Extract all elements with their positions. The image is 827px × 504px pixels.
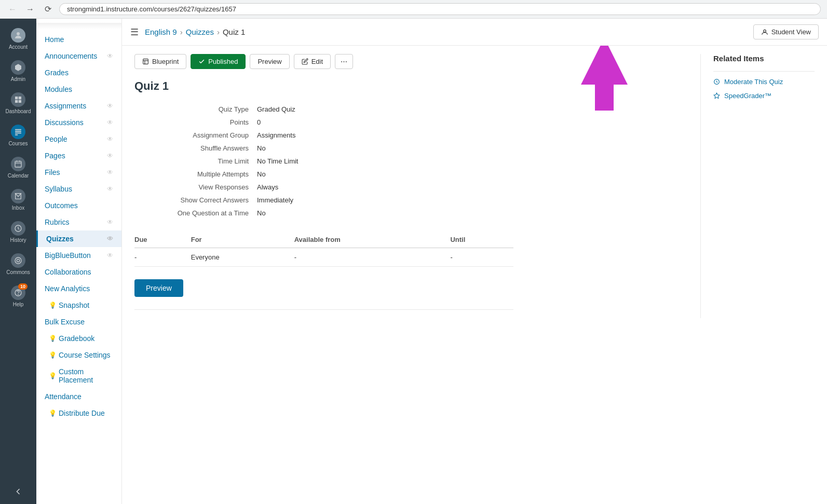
sidebar-item-account[interactable]: Account [0, 23, 36, 55]
svg-point-0 [17, 32, 20, 35]
courses-icon [11, 125, 25, 139]
eye-icon: 👁 [107, 52, 113, 60]
svg-marker-23 [714, 93, 720, 98]
breadcrumb-quizzes[interactable]: Quizzes [186, 28, 214, 36]
svg-rect-20 [143, 59, 148, 64]
course-nav-announcements[interactable]: Announcements 👁 [36, 48, 121, 64]
col-due: Due [134, 231, 191, 248]
main-content: Blueprint Published Preview Edit [122, 46, 827, 504]
related-items-sidebar: Related Items Moderate This Quiz SpeedGr… [700, 54, 815, 318]
course-nav-modules[interactable]: Modules [36, 81, 121, 98]
svg-rect-8 [15, 134, 18, 135]
svg-marker-21 [581, 46, 628, 111]
detail-value-5: No [257, 170, 446, 178]
back-button[interactable]: ← [6, 3, 19, 16]
course-nav-course-settings[interactable]: 💡 Course Settings [36, 347, 121, 363]
sidebar-item-help[interactable]: 10 Help [0, 280, 36, 312]
breadcrumb: English 9 › Quizzes › Quiz 1 [145, 28, 245, 36]
admin-icon [11, 60, 25, 75]
admin-nav-label: Admin [11, 76, 25, 82]
svg-point-15 [15, 257, 21, 264]
course-nav: Home Announcements 👁 Grades Modules Assi… [36, 19, 122, 504]
sidebar-item-dashboard[interactable]: Dashboard [0, 87, 36, 119]
preview-button[interactable]: Preview [250, 54, 289, 69]
detail-value-2: Assignments [257, 131, 446, 139]
eye-icon-assignments: 👁 [107, 102, 113, 110]
course-nav-gradebook[interactable]: 💡 Gradebook [36, 330, 121, 347]
edit-button[interactable]: Edit [294, 54, 331, 69]
svg-rect-7 [15, 132, 21, 133]
bulb-icon-custom-placement: 💡 [49, 372, 57, 379]
detail-label-1: Points [134, 118, 249, 126]
top-header: ☰ English 9 › Quizzes › Quiz 1 Student V… [122, 19, 827, 46]
moderate-icon [713, 78, 720, 85]
sidebar-item-courses[interactable]: Courses [0, 119, 36, 152]
bulb-icon-distribute-due: 💡 [49, 410, 57, 417]
course-nav-assignments[interactable]: Assignments 👁 [36, 98, 121, 114]
svg-point-19 [763, 30, 766, 32]
sidebar-item-commons[interactable]: Commons [0, 248, 36, 280]
dashboard-icon [11, 92, 25, 107]
svg-rect-2 [19, 97, 21, 99]
quiz-details: Quiz Type Graded Quiz Points 0 Assignmen… [134, 105, 446, 217]
published-button[interactable]: Published [191, 54, 246, 69]
history-icon [11, 221, 25, 236]
course-nav-rubrics[interactable]: Rubrics 👁 [36, 214, 121, 230]
more-options-button[interactable]: ⋯ [335, 54, 353, 69]
course-nav-distribute-due[interactable]: 💡 Distribute Due [36, 405, 121, 421]
course-nav-files[interactable]: Files 👁 [36, 164, 121, 181]
course-nav-new-analytics[interactable]: New Analytics [36, 280, 121, 297]
cell-due: - [134, 248, 191, 267]
svg-rect-3 [15, 100, 18, 103]
bulb-icon-snapshot: 💡 [49, 302, 57, 309]
forward-button[interactable]: → [24, 3, 36, 16]
svg-rect-9 [15, 161, 21, 167]
courses-nav-label: Courses [8, 141, 28, 146]
detail-label-5: Multiple Attempts [134, 170, 249, 178]
sidebar-item-admin[interactable]: Admin [0, 55, 36, 87]
cell-until: - [450, 248, 513, 267]
course-nav-discussions[interactable]: Discussions 👁 [36, 114, 121, 131]
course-nav-snapshot[interactable]: 💡 Snapshot [36, 297, 121, 314]
detail-value-1: 0 [257, 118, 446, 126]
course-nav-syllabus[interactable]: Syllabus 👁 [36, 181, 121, 197]
inbox-icon [11, 189, 25, 203]
course-nav-pages[interactable]: Pages 👁 [36, 147, 121, 164]
edit-icon [302, 58, 308, 65]
sidebar-item-calendar[interactable]: Calendar [0, 152, 36, 184]
col-for: For [191, 231, 294, 248]
course-nav-grades[interactable]: Grades [36, 64, 121, 81]
hamburger-button[interactable]: ☰ [130, 26, 139, 38]
cell-available-from: - [294, 248, 451, 267]
cell-for: Everyone [191, 248, 294, 267]
detail-value-7: Immediately [257, 196, 446, 204]
blueprint-button[interactable]: Blueprint [134, 54, 186, 69]
sidebar-item-inbox[interactable]: Inbox [0, 184, 36, 216]
sidebar-item-history[interactable]: History [0, 216, 36, 248]
speedgrader-link[interactable]: SpeedGrader™ [713, 92, 815, 100]
course-nav-people[interactable]: People 👁 [36, 131, 121, 147]
course-nav-quizzes[interactable]: Quizzes 👁 [36, 230, 121, 247]
student-view-button[interactable]: Student View [753, 24, 819, 39]
url-bar[interactable] [59, 3, 821, 15]
course-nav-custom-placement[interactable]: 💡 Custom Placement [36, 363, 121, 388]
course-nav-home[interactable]: Home [36, 31, 121, 48]
breadcrumb-english9[interactable]: English 9 [145, 28, 177, 36]
eye-icon-files: 👁 [107, 169, 113, 176]
course-nav-collaborations[interactable]: Collaborations [36, 264, 121, 280]
quiz-preview-button[interactable]: Preview [134, 279, 183, 297]
course-nav-bulk-excuse[interactable]: Bulk Excuse [36, 314, 121, 330]
bulb-icon-course-settings: 💡 [49, 351, 57, 359]
course-nav-outcomes[interactable]: Outcomes [36, 197, 121, 214]
course-nav-attendance[interactable]: Attendance [36, 388, 121, 405]
course-nav-bigbluebutton[interactable]: BigBlueButton 👁 [36, 247, 121, 264]
detail-label-4: Time Limit [134, 157, 249, 165]
moderate-quiz-link[interactable]: Moderate This Quiz [713, 78, 815, 86]
speedgrader-icon [713, 92, 720, 99]
refresh-button[interactable]: ⟳ [42, 3, 54, 16]
account-nav-label: Account [9, 44, 28, 50]
commons-nav-label: Commons [6, 269, 30, 275]
detail-label-2: Assignment Group [134, 131, 249, 139]
col-until: Until [450, 231, 513, 248]
eye-icon-discussions: 👁 [107, 119, 113, 126]
